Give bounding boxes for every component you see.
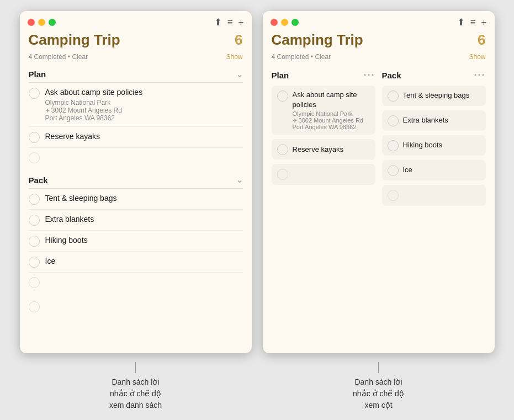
note-title-2: Camping Trip (272, 31, 363, 49)
empty-circle-plan-1 (29, 152, 40, 163)
todo-item-ice: Ice (29, 252, 243, 273)
status-clear-2[interactable]: 4 Completed • Clear (272, 53, 331, 61)
window-list-view: ⬆ ≡ + Camping Trip 6 4 Completed • Clear… (20, 11, 252, 353)
col-empty-circle-pack (388, 190, 399, 201)
close-button-2[interactable] (271, 19, 278, 26)
todo-text-reserve-kayaks: Reserve kayaks (45, 131, 100, 142)
todo-item-blankets: Extra blankets (29, 210, 243, 231)
share-icon-2[interactable]: ⬆ (457, 17, 465, 28)
list-icon-2[interactable]: ≡ (470, 17, 476, 28)
toolbar-1: ⬆ ≡ + (214, 17, 244, 28)
title-bar-2: ⬆ ≡ + (263, 11, 495, 31)
empty-circle-pack-1 (29, 277, 40, 288)
col-dots-pack: ··· (474, 70, 485, 81)
todo-content-camp-policies: Ask about camp site policies Olympic Nat… (45, 87, 143, 122)
window-content-2: Camping Trip 6 4 Completed • Clear Show … (263, 31, 495, 353)
todo-item-tent: Tent & sleeping bags (29, 189, 243, 210)
checkbox-boots[interactable] (29, 236, 40, 247)
col-checkbox-ice[interactable] (388, 165, 399, 176)
minimize-button-2[interactable] (281, 19, 288, 26)
col-checkbox-boots[interactable] (388, 140, 399, 151)
note-title-1: Camping Trip (29, 31, 120, 49)
columns-container: Plan ··· Ask about camp site policies Ol… (272, 66, 486, 210)
col-checkbox-tent[interactable] (388, 91, 399, 102)
col-text-tent: Tent & sleeping bags (403, 91, 470, 100)
todo-text-camp-policies: Ask about camp site policies (45, 87, 143, 98)
section-header-pack-1[interactable]: Pack ⌄ (29, 172, 243, 189)
section-title-plan-1: Plan (29, 70, 46, 79)
minimize-button-1[interactable] (38, 19, 45, 26)
col-text-kayaks: Reserve kayaks (293, 145, 343, 155)
col-content-camp-policies: Ask about camp site policies Olympic Nat… (293, 90, 370, 130)
todo-sub-camp-policies: Olympic National Park ✈ 3002 Mount Angel… (45, 99, 143, 122)
col-card-ice: Ice (382, 160, 486, 180)
todo-text-boots: Hiking boots (45, 235, 88, 246)
traffic-lights-1 (28, 19, 56, 26)
title-bar-1: ⬆ ≡ + (20, 11, 252, 31)
status-clear-1[interactable]: 4 Completed • Clear (29, 53, 88, 61)
col-pack: Pack ··· Tent & sleeping bags Extra blan… (382, 66, 486, 210)
empty-item-pack-1 (29, 273, 243, 293)
todo-text-ice: Ice (45, 256, 56, 267)
col-text-blankets: Extra blankets (403, 115, 448, 125)
col-checkbox-kayaks[interactable] (277, 144, 288, 155)
list-icon-1[interactable]: ≡ (227, 17, 233, 28)
col-card-tent: Tent & sleeping bags (382, 86, 486, 106)
empty-circle-bottom-1 (29, 301, 40, 312)
todo-text-tent: Tent & sleeping bags (45, 193, 117, 204)
col-empty-circle-plan (277, 169, 288, 180)
section-pack-1: Pack ⌄ Tent & sleeping bags Extra blanke… (29, 172, 243, 293)
col-card-kayaks: Reserve kayaks (272, 139, 375, 160)
checkbox-blankets[interactable] (29, 215, 40, 226)
status-row-1: 4 Completed • Clear Show (29, 53, 243, 61)
col-card-boots: Hiking boots (382, 135, 486, 156)
caption-line-right (378, 362, 379, 373)
col-text-boots: Hiking boots (403, 140, 443, 150)
empty-item-bottom-1 (29, 297, 243, 317)
col-title-pack: Pack (382, 71, 401, 80)
show-link-1[interactable]: Show (226, 53, 242, 61)
window-column-view: ⬆ ≡ + Camping Trip 6 4 Completed • Clear… (263, 11, 495, 353)
col-checkbox-camp-policies[interactable] (277, 91, 288, 102)
add-icon-2[interactable]: + (481, 17, 487, 28)
status-row-2: 4 Completed • Clear Show (272, 53, 486, 61)
add-icon-1[interactable]: + (239, 17, 244, 28)
col-header-plan[interactable]: Plan ··· (272, 66, 375, 86)
caption-line-left (135, 362, 136, 373)
col-plan: Plan ··· Ask about camp site policies Ol… (272, 66, 375, 210)
show-link-2[interactable]: Show (469, 53, 485, 61)
chevron-pack-1: ⌄ (236, 176, 243, 184)
chevron-plan-1: ⌄ (236, 70, 243, 79)
col-card-blankets: Extra blankets (382, 110, 486, 131)
zoom-button-2[interactable] (292, 19, 299, 26)
traffic-lights-2 (271, 19, 299, 26)
caption-col-left: Danh sách lờinhắc ở chế độxem danh sách (20, 362, 252, 411)
note-count-1: 6 (235, 31, 242, 49)
col-header-pack[interactable]: Pack ··· (382, 66, 486, 86)
todo-text-blankets: Extra blankets (45, 214, 94, 225)
section-header-plan-1[interactable]: Plan ⌄ (29, 66, 243, 83)
note-title-row-2: Camping Trip 6 (272, 31, 486, 51)
note-title-row-1: Camping Trip 6 (29, 31, 243, 51)
close-button-1[interactable] (28, 19, 35, 26)
col-dots-plan: ··· (363, 70, 375, 81)
col-location-icon: ✈ (293, 118, 297, 124)
col-text-ice: Ice (403, 165, 412, 175)
col-checkbox-blankets[interactable] (388, 115, 399, 126)
caption-text-left: Danh sách lờinhắc ở chế độxem danh sách (109, 376, 162, 411)
share-icon-1[interactable]: ⬆ (214, 17, 222, 28)
todo-item-camp-policies: Ask about camp site policies Olympic Nat… (29, 83, 243, 127)
caption-text-right: Danh sách lờinhắc ở chế độxem cột (353, 376, 404, 411)
captions-row: Danh sách lờinhắc ở chế độxem danh sách … (11, 362, 503, 411)
empty-item-plan-1 (29, 148, 243, 168)
note-count-2: 6 (478, 31, 485, 49)
checkbox-tent[interactable] (29, 194, 40, 205)
checkbox-reserve-kayaks[interactable] (29, 132, 40, 143)
zoom-button-1[interactable] (49, 19, 56, 26)
checkbox-camp-policies[interactable] (29, 88, 40, 99)
window-content-1: Camping Trip 6 4 Completed • Clear Show … (20, 31, 252, 353)
col-sub-camp-policies: Olympic National Park ✈ 3002 Mount Angel… (293, 110, 370, 130)
checkbox-ice[interactable] (29, 257, 40, 268)
col-empty-plan (272, 164, 375, 185)
todo-item-reserve-kayaks: Reserve kayaks (29, 127, 243, 148)
